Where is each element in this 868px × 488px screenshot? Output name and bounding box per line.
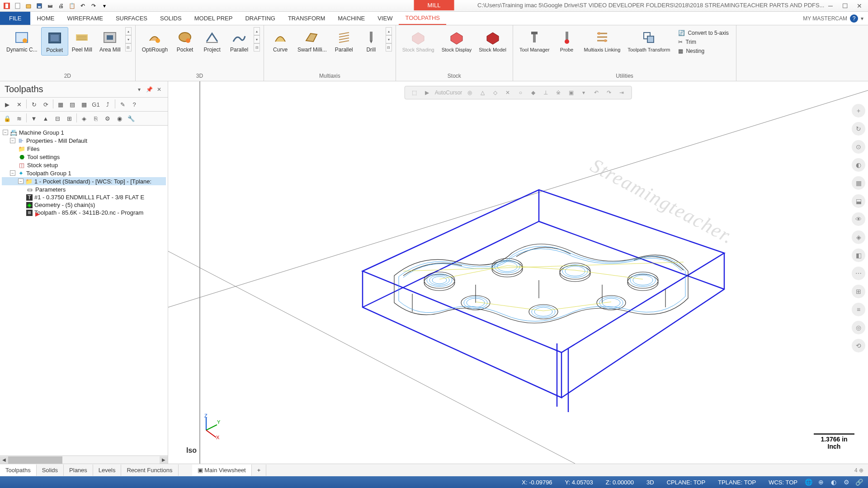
btn-nesting[interactable]: ▦Nesting [675,47,731,55]
status-mode[interactable]: 3D [640,479,660,486]
pt-display-icon[interactable]: ≋ [14,113,24,123]
btn-swarf[interactable]: Swarf Milli... [294,27,330,55]
btn-pocket-3d[interactable]: Pocket [171,27,198,55]
status-globe-icon[interactable]: 🌐 [804,478,813,487]
gallery-more-icon[interactable]: ⊟ [386,43,392,52]
pt-tool-icon[interactable]: 🔧 [126,113,137,123]
refresh-icon[interactable]: ⟲ [852,339,865,352]
status-tplane[interactable]: TPLANE: TOP [712,479,762,486]
scroll-left-icon[interactable]: ◀ [0,456,8,464]
my-mastercam-link[interactable]: MY MASTERCAM [803,15,847,22]
node-toolpath-nc[interactable]: ≡Toolpath - 85.6K - 3411B-20.nc - Progra… [2,209,166,216]
btab-recent[interactable]: Recent Functions [121,465,178,476]
grid-icon[interactable]: ⊞ [852,285,865,298]
pt-sort-up-icon[interactable]: ▲ [40,113,51,123]
pt-expand-icon[interactable]: ⊞ [64,113,75,123]
node-files[interactable]: 📁Files [2,145,166,153]
gallery-up-icon[interactable]: ▴ [125,27,132,35]
file-menu[interactable]: FILE [0,12,30,25]
pt-ghost-icon[interactable]: ◈ [79,113,90,123]
maximize-button[interactable]: ☐ [838,1,852,10]
pt-lock-icon[interactable]: 🔒 [2,113,13,123]
btn-multiaxis-linking[interactable]: Multiaxis Linking [580,27,624,54]
tab-model-prep[interactable]: MODEL PREP [188,12,239,25]
visibility-icon[interactable]: 👁 [852,212,865,226]
status-y[interactable]: Y: 4.05703 [559,479,599,486]
gnomon-icon[interactable]: ◈ [852,230,865,244]
btab-viewsheet[interactable]: ▣ Main Viewsheet [192,465,252,476]
pt-help-icon[interactable]: ? [129,99,140,109]
btn-stock-model[interactable]: Stock Model [475,27,510,54]
btn-parallel-multi[interactable]: Parallel [330,27,358,55]
tab-wireframe[interactable]: WIREFRAME [61,12,109,25]
status-x[interactable]: X: -0.09796 [515,479,558,486]
gallery-more-icon[interactable]: ⊟ [125,43,132,52]
scroll-right-icon[interactable]: ▶ [160,456,168,464]
node-tool[interactable]: T#1 - 0.3750 ENDMILL1 FLAT - 3/8 FLAT E [2,193,166,201]
section-icon[interactable]: ⬓ [852,194,865,208]
btn-convert-5axis[interactable]: 🔄Convert to 5-axis [675,29,731,37]
pt-regen-icon[interactable]: ↻ [28,99,39,109]
tab-toolpaths[interactable]: TOOLPATHS [399,12,446,25]
new-icon[interactable] [13,1,23,10]
tree-collapse-icon[interactable]: − [10,138,15,143]
node-geometry[interactable]: ◈Geometry - (5) chain(s) [2,201,166,209]
status-shade-icon[interactable]: ◐ [829,478,838,487]
status-link-icon[interactable]: 🔗 [854,478,863,487]
pt-edit-icon[interactable]: ✎ [117,99,128,109]
tab-home[interactable]: HOME [30,12,61,25]
panel-pin-icon[interactable]: 📌 [145,85,153,94]
btn-area-mill[interactable]: Area Mill [96,27,124,55]
gallery-up-icon[interactable]: ▴ [254,27,260,35]
status-gear-icon[interactable]: ⚙ [842,478,851,487]
tab-machine[interactable]: MACHINE [331,12,371,25]
print-preview-icon[interactable]: 🖨 [56,1,66,10]
paste-icon[interactable]: 📋 [67,1,77,10]
tab-solids[interactable]: SOLIDS [154,12,188,25]
tab-view[interactable]: VIEW [371,12,399,25]
status-cplane[interactable]: CPLANE: TOP [660,479,712,486]
btn-optirough[interactable]: OptiRough [138,27,171,55]
tree-collapse-icon[interactable]: − [3,130,8,135]
operation-tree[interactable]: −📇Machine Group 1 −⊪Properties - Mill De… [0,126,168,455]
gallery-down-icon[interactable]: ▾ [254,35,260,43]
pt-regen-all-icon[interactable]: ⟳ [40,99,51,109]
tab-transform[interactable]: TRANSFORM [282,12,331,25]
shader-icon[interactable]: ◐ [852,158,865,172]
pt-single-icon[interactable]: ◉ [114,113,125,123]
horizontal-scrollbar[interactable]: ◀ ▶ [0,455,168,464]
btn-drill[interactable]: Drill [358,27,385,55]
close-button[interactable]: ✕ [853,1,866,10]
scroll-track[interactable] [8,456,160,464]
node-tool-settings[interactable]: ⬣Tool settings [2,153,166,161]
btn-tool-manager[interactable]: Tool Manager [516,27,553,54]
minimize-button[interactable]: ─ [824,1,837,10]
ribbon-options-icon[interactable]: ▾ [861,15,863,22]
btab-levels[interactable]: Levels [93,465,122,476]
btn-trim[interactable]: ✂Trim [675,38,731,46]
btn-parallel-3d[interactable]: Parallel [226,27,253,55]
wire-icon[interactable]: ▦ [852,176,865,190]
rotate-icon[interactable]: ↻ [852,122,865,136]
open-icon[interactable] [24,1,33,10]
context-tab-mill[interactable]: MILL [414,0,454,10]
pt-unselect-icon[interactable]: ✕ [14,99,24,109]
btn-stock-display[interactable]: Stock Display [438,27,476,54]
pt-verify-icon[interactable]: ▨ [67,99,78,109]
viewport[interactable]: ⬚ ▶ AutoCursor ◎ △ ◇ ✕ ○ ◆ ⊥ ※ ▣ ▾ ↶ ↷ ⇥ [168,81,868,464]
pt-post-icon[interactable]: G1 [90,99,101,109]
tree-collapse-icon[interactable]: − [18,178,24,184]
pt-select-icon[interactable]: ▶ [2,99,13,109]
zoom-fit-icon[interactable]: ⊙ [852,140,865,154]
qat-dropdown-icon[interactable]: ▾ [99,1,109,10]
btn-pocket-2d[interactable]: Pocket [41,27,68,56]
btab-add[interactable]: + [252,465,267,476]
pt-backplot-icon[interactable]: ▦ [55,99,66,109]
scroll-thumb[interactable] [8,456,62,464]
more-icon[interactable]: ⋯ [852,267,865,280]
node-operation-1[interactable]: −📁1 - Pocket (Standard) - [WCS: Top] - [… [2,177,166,185]
tab-drafting[interactable]: DRAFTING [239,12,281,25]
gallery-down-icon[interactable]: ▾ [386,35,392,43]
save-icon[interactable] [34,1,44,10]
panel-close-icon[interactable]: ✕ [155,85,163,94]
